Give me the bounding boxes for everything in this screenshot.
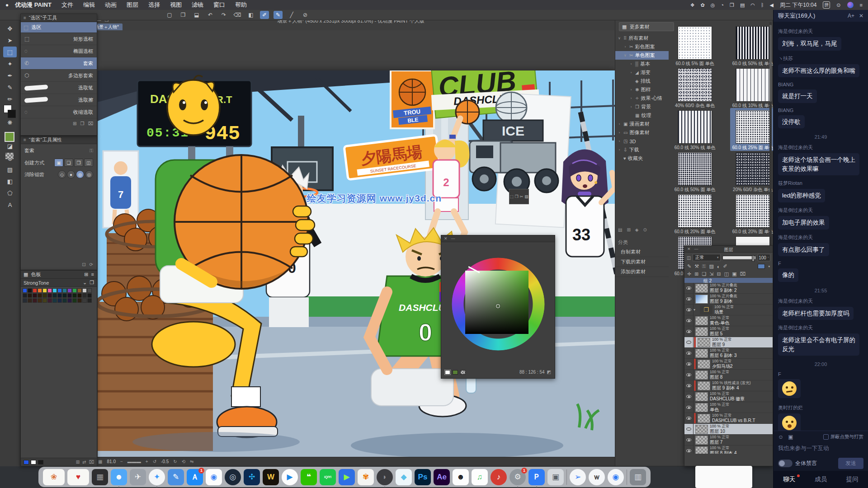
layer-row-图层 9 副本 4[interactable]: 100 % 线性减淡 (发光)图层 9 副本 4 xyxy=(684,380,773,391)
tree-expander[interactable]: › xyxy=(623,45,627,49)
swatch-2-1[interactable] xyxy=(28,298,32,303)
menu-item-4[interactable]: 图层 xyxy=(127,1,138,9)
lock-icon[interactable]: ⚿ xyxy=(90,148,93,154)
mask-icon[interactable]: ◐ xyxy=(717,264,720,269)
layer-visibility-toggle[interactable] xyxy=(684,380,693,391)
material-tree-下载[interactable]: ›⇩下载 xyxy=(615,145,669,154)
tool-gradient[interactable]: ◧ xyxy=(3,176,17,187)
swatch-1-3[interactable] xyxy=(38,293,42,298)
set-as-draft-icon[interactable]: ✐ xyxy=(723,263,727,269)
material-tree-单色图案[interactable]: ∨✂单色图案 xyxy=(615,51,669,60)
status-icon-3[interactable]: ◔ xyxy=(721,2,724,8)
swatch-set-name[interactable]: StrongTone xyxy=(24,280,49,286)
aa-weak-button[interactable]: ● xyxy=(67,170,75,178)
subtool-item-5[interactable]: 选取擦 xyxy=(21,94,97,106)
dock-QQ音乐[interactable]: ♫ xyxy=(472,469,488,485)
menu-item-8[interactable]: 窗口 xyxy=(213,1,225,9)
menubar-clock[interactable]: 周二 下午10:04 xyxy=(780,1,816,9)
swatch-1-13[interactable] xyxy=(87,293,92,298)
blend-mode-select[interactable]: 正常 ▾ xyxy=(693,254,721,261)
color-chip-white[interactable] xyxy=(445,370,450,375)
ruler-icon[interactable]: ⚒ xyxy=(694,263,699,269)
swatch-0-9[interactable] xyxy=(67,288,72,293)
tree-expander[interactable]: › xyxy=(629,105,633,109)
dock-迅雷[interactable]: ➢ xyxy=(570,469,586,485)
tool-property-header[interactable]: ≡ “套索”工具属性 xyxy=(21,136,97,144)
material-tree-彩色图案[interactable]: ›✂彩色图案 xyxy=(615,42,669,51)
chat-message[interactable]: 老师这里会不会有电子屏的反光 xyxy=(778,333,859,356)
material-tree-背景[interactable]: ›❒背景 xyxy=(615,103,669,111)
layer-visibility-toggle[interactable] xyxy=(684,370,693,380)
rotation-value[interactable]: -0.5 xyxy=(161,459,169,464)
swatch-options-icon[interactable]: ❐ xyxy=(90,280,94,286)
prop-reset-icon[interactable]: ⟳ xyxy=(90,262,93,267)
tool-pencil[interactable]: ✏ xyxy=(3,94,17,104)
swatch-1-5[interactable] xyxy=(47,293,52,298)
launcher-fill-icon[interactable]: ▨ xyxy=(524,194,528,199)
emoji-picker-icon[interactable]: ☺ xyxy=(778,434,783,440)
layer-visibility-toggle[interactable] xyxy=(684,359,693,369)
panel-close-icon[interactable]: ✕ xyxy=(444,236,448,241)
layer-row-图层 9 副本[interactable]: 100 % 正片叠底图层 9 副本 xyxy=(684,294,773,305)
more-materials-button[interactable]: ▦ 更多素材 xyxy=(619,22,674,31)
swatch-2-5[interactable] xyxy=(47,298,52,303)
delete-layer-icon[interactable]: ⌧ xyxy=(740,271,746,277)
combine-icon[interactable]: ◫ xyxy=(687,255,691,260)
zoom-slider[interactable]: ▬▬▬ xyxy=(127,459,141,464)
chat-message[interactable] xyxy=(778,413,801,431)
chat-message[interactable]: 老师栏杆也需要加厚度吗 xyxy=(778,307,854,320)
delete-icon[interactable]: ⌫ xyxy=(233,11,242,19)
snap-vanish-icon[interactable]: ╱ xyxy=(287,11,296,19)
chat-message[interactable]: 有点那么回事了 xyxy=(778,243,829,257)
material-thumb-0[interactable]: 60.0 线 5% 圆 单色 xyxy=(672,24,717,67)
dock-Photoshop[interactable]: Ps xyxy=(415,469,431,485)
transparent-color-chip[interactable] xyxy=(5,153,14,159)
opacity-value[interactable]: 100 ⌃ xyxy=(758,254,770,261)
dock-微信[interactable]: ❝ xyxy=(301,469,317,485)
chat-message[interactable]: 没停歇 xyxy=(778,115,805,129)
dock-腾讯会议[interactable]: ◉ xyxy=(608,469,624,485)
menu-item-0[interactable]: 优动漫 PAINT xyxy=(15,1,52,9)
swatch-tab-label[interactable]: 色板 xyxy=(31,271,41,278)
chat-close-icon[interactable]: ✕ xyxy=(859,13,863,19)
dock-Safari[interactable]: ✦ xyxy=(149,469,165,485)
layer-row-夕阳马场2[interactable]: 100 % 正常夕阳马场2 xyxy=(684,359,773,370)
zoom-value[interactable]: 81.0 xyxy=(107,459,116,464)
redo-icon[interactable]: ↷ xyxy=(219,11,228,19)
swatch-0-6[interactable] xyxy=(52,288,57,293)
swatch-1-12[interactable] xyxy=(82,293,87,298)
reset-view-icon[interactable]: ⟲ xyxy=(182,459,185,464)
tool-eyedropper[interactable]: ✒ xyxy=(3,70,17,81)
layer-visibility-toggle[interactable] xyxy=(684,435,693,445)
subtool-group-selected[interactable]: ⬚ 选区 xyxy=(21,22,97,33)
new-file-icon[interactable]: ▢ xyxy=(165,11,174,19)
tree-expander[interactable]: › xyxy=(629,62,633,66)
subtool-item-2[interactable]: ✆套索 xyxy=(21,57,97,70)
menu-item-1[interactable]: 文件 xyxy=(61,1,73,9)
material-thumb-7[interactable]: 20% 60/0 杂色 单色 xyxy=(730,150,775,193)
status-icon-6[interactable]: ◠ xyxy=(750,2,755,8)
dock-Chrome[interactable]: ◉ xyxy=(206,469,222,485)
tree-expander[interactable]: › xyxy=(617,122,622,126)
flip-view-icon[interactable]: ⇋ xyxy=(190,459,193,464)
create-new-button[interactable]: ▣ xyxy=(54,159,63,167)
notification-center-icon[interactable]: ≡ xyxy=(860,2,863,8)
launcher-cut-icon[interactable]: ✂ xyxy=(520,194,524,199)
dock-优酷[interactable]: ▶ xyxy=(282,469,298,485)
status-icon-1[interactable]: ✿ xyxy=(701,2,705,8)
material-tree-排线[interactable]: ◈排线 xyxy=(615,77,669,85)
sv-cursor[interactable] xyxy=(496,304,500,308)
dock-涂鸦图片1[interactable]: ❀ xyxy=(43,469,65,485)
prop-detail-icon[interactable]: ⊡ xyxy=(82,262,85,267)
mute-all-toggle[interactable] xyxy=(778,460,793,467)
panel-menu-icon[interactable]: ≡ xyxy=(24,15,26,20)
ban-icon[interactable]: ⊘ xyxy=(301,11,310,19)
tree-expander[interactable]: › xyxy=(617,148,622,152)
material-thumb-9[interactable]: 60.0 线 20% 圆 单色 xyxy=(730,192,775,235)
chat-tab-成员[interactable]: 成员 xyxy=(805,475,837,483)
layer-row-图层 5[interactable]: 100 % 正常图层 5 xyxy=(684,326,773,337)
swatch-0-1[interactable] xyxy=(28,288,32,293)
subtool-item-4[interactable]: 选取笔 xyxy=(21,82,97,94)
lock-layer-icon[interactable]: ⚿ xyxy=(702,263,706,269)
layer-row-黄色-单色[interactable]: 100 % 正常黄色-单色 xyxy=(684,315,773,326)
